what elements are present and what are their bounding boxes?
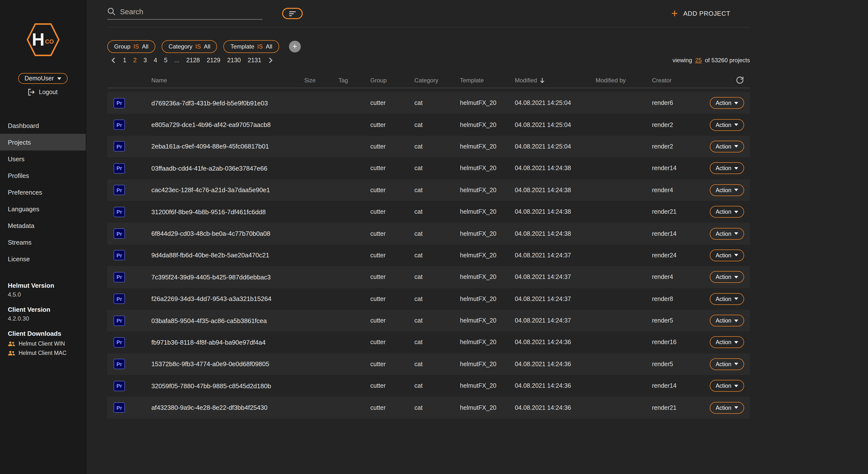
action-cell: Action: [710, 380, 750, 392]
add-project-button[interactable]: + ADD PROJECT: [671, 8, 731, 19]
action-button[interactable]: Action: [710, 184, 744, 196]
user-menu-button[interactable]: DemoUser: [18, 73, 68, 84]
sidebar-item-projects[interactable]: Projects: [0, 134, 86, 150]
column-header-modified[interactable]: Modified: [515, 77, 596, 84]
refresh-icon[interactable]: [736, 76, 744, 84]
action-label: Action: [716, 296, 731, 302]
cell-group: cutter: [370, 208, 414, 215]
filter-chips-row: GroupISAllCategoryISAllTemplateISAll+: [107, 40, 750, 53]
project-type-cell: Pr: [107, 337, 151, 348]
action-button[interactable]: Action: [710, 206, 744, 218]
cell-category: cat: [414, 252, 460, 259]
sidebar-item-metadata[interactable]: Metadata: [0, 217, 86, 234]
action-cell: Action: [710, 271, 750, 283]
premiere-icon: Pr: [114, 185, 125, 195]
pagination-page-2[interactable]: 2: [130, 57, 140, 64]
column-header-creator[interactable]: Creator: [652, 77, 710, 84]
cell-category: cat: [414, 143, 460, 150]
cell-template: helmutFX_20: [460, 99, 515, 107]
column-header-name[interactable]: Name: [151, 77, 304, 84]
column-header-tag[interactable]: Tag: [339, 77, 370, 84]
cell-creator: render14: [652, 230, 710, 237]
sidebar-item-users[interactable]: Users: [0, 150, 86, 167]
action-button[interactable]: Action: [710, 315, 744, 326]
column-label: Modified by: [596, 77, 626, 84]
column-label: Name: [151, 77, 167, 84]
sidebar-item-preferences[interactable]: Preferences: [0, 184, 86, 201]
download-label: Helmut Client MAC: [19, 350, 67, 356]
column-label: Tag: [339, 77, 348, 84]
cell-template: helmutFX_20: [460, 295, 515, 302]
logout-button[interactable]: Logout: [28, 89, 58, 96]
version-title: Client Version: [8, 306, 78, 313]
action-button[interactable]: Action: [710, 228, 744, 239]
action-button[interactable]: Action: [710, 293, 744, 305]
cell-modified: 04.08.2021 14:24:38: [515, 165, 596, 172]
pagination-page-1[interactable]: 1: [120, 57, 130, 64]
action-label: Action: [716, 231, 731, 237]
sidebar-item-license[interactable]: License: [0, 250, 86, 267]
action-cell: Action: [710, 336, 750, 348]
column-header-group[interactable]: Group: [370, 77, 414, 84]
pagination-next[interactable]: [265, 57, 277, 63]
action-button[interactable]: Action: [710, 358, 744, 370]
logout-label: Logout: [39, 89, 58, 96]
cell-group: cutter: [370, 383, 414, 389]
action-cell: Action: [710, 97, 750, 109]
column-header-modified-by[interactable]: Modified by: [596, 77, 652, 84]
pagination-prev[interactable]: [107, 57, 120, 63]
action-cell: Action: [710, 249, 750, 261]
premiere-icon: Pr: [114, 337, 125, 348]
table-row: Pr7c395f24-39d9-4405-b425-987dd6ebbac3cu…: [107, 266, 750, 288]
pagination-page-2129[interactable]: 2129: [203, 57, 224, 64]
pagination-page-2131[interactable]: 2131: [244, 57, 265, 64]
action-button[interactable]: Action: [710, 119, 744, 130]
cell-name: 7c395f24-39d9-4405-b425-987dd6ebbac3: [151, 273, 304, 281]
search-icon: [107, 7, 116, 16]
cell-modified: 04.08.2021 14:24:38: [515, 208, 596, 215]
sidebar-item-streams[interactable]: Streams: [0, 234, 86, 250]
pagination-page-2128[interactable]: 2128: [183, 57, 203, 64]
pagination-page-3[interactable]: 3: [140, 57, 150, 64]
chevron-down-icon: [734, 145, 738, 148]
download-link-win[interactable]: Helmut Client WIN: [8, 341, 78, 347]
sidebar-item-languages[interactable]: Languages: [0, 201, 86, 217]
project-type-cell: Pr: [107, 359, 151, 369]
filter-chip-group[interactable]: GroupISAll: [107, 40, 155, 53]
action-button[interactable]: Action: [710, 97, 744, 109]
pagination-page-5[interactable]: 5: [161, 57, 171, 64]
download-link-mac[interactable]: Helmut Client MAC: [8, 350, 78, 356]
chip-value: All: [142, 43, 148, 50]
page-size-link[interactable]: 25: [695, 57, 702, 64]
version-block: Client Version4.2.0.30: [8, 306, 78, 322]
sidebar-item-profiles[interactable]: Profiles: [0, 167, 86, 184]
chevron-down-icon: [734, 102, 738, 104]
pagination-page-2130[interactable]: 2130: [224, 57, 244, 64]
cell-group: cutter: [370, 274, 414, 280]
filter-chip-category[interactable]: CategoryISAll: [162, 40, 217, 53]
pagination-page-4[interactable]: 4: [150, 57, 161, 64]
add-filter-button[interactable]: +: [289, 41, 301, 53]
action-button[interactable]: Action: [710, 141, 744, 152]
column-header-template[interactable]: Template: [460, 77, 515, 84]
search-input[interactable]: [120, 7, 262, 16]
action-button[interactable]: Action: [710, 402, 744, 413]
action-button[interactable]: Action: [710, 162, 744, 174]
table-row: Pr31200f6f-8be9-4b8b-9516-7df461fc6dd8cu…: [107, 201, 750, 223]
filter-chip-template[interactable]: TemplateISAll: [224, 40, 279, 53]
action-button[interactable]: Action: [710, 249, 744, 261]
column-header-size[interactable]: Size: [304, 77, 339, 84]
action-button[interactable]: Action: [710, 271, 744, 283]
cell-group: cutter: [370, 143, 414, 150]
filter-button[interactable]: [282, 8, 303, 19]
chip-field: Category: [168, 43, 192, 50]
sidebar-item-dashboard[interactable]: Dashboard: [0, 117, 86, 134]
client-downloads: Client Downloads Helmut Client WINHelmut…: [0, 330, 86, 356]
cell-modified: 04.08.2021 14:24:38: [515, 187, 596, 194]
action-label: Action: [716, 361, 731, 367]
action-button[interactable]: Action: [710, 336, 744, 348]
column-header-category[interactable]: Category: [414, 77, 460, 84]
action-button[interactable]: Action: [710, 380, 744, 392]
cell-category: cat: [414, 187, 460, 194]
viewing-suffix: of 53260 projects: [705, 57, 750, 64]
